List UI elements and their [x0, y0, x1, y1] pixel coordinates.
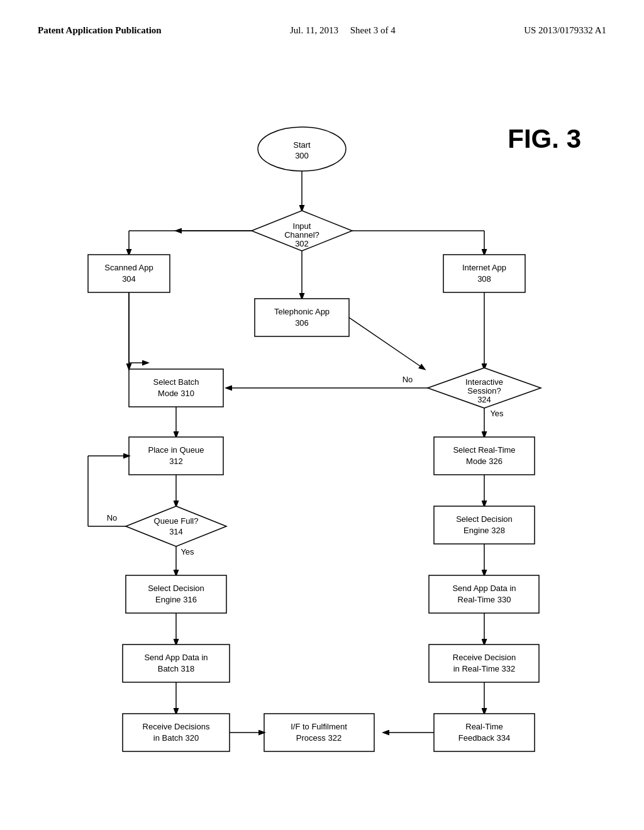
select-realtime-label: Select Real-Time — [453, 445, 515, 455]
publication-number: US 2013/0179332 A1 — [524, 25, 606, 36]
select-de-328-node — [434, 506, 535, 544]
input-channel-label2: Channel? — [284, 230, 319, 240]
page-header: Patent Application Publication Jul. 11, … — [0, 0, 644, 48]
send-app-rt-node — [429, 575, 539, 613]
select-de-316-label: Select Decision — [148, 584, 204, 593]
select-de-316-node — [126, 575, 226, 613]
realtime-feedback-number: Feedback 334 — [458, 733, 510, 743]
send-app-batch-node — [123, 645, 230, 682]
receive-decision-rt-number: in Real-Time 332 — [453, 664, 516, 673]
no-label-interactive: No — [402, 375, 413, 384]
select-realtime-number: Mode 326 — [466, 456, 502, 466]
send-app-rt-number: Real-Time 330 — [458, 595, 511, 604]
arrow-telephonic-to-interactive — [349, 318, 425, 369]
send-app-batch-number: Batch 318 — [158, 664, 195, 673]
select-de-328-label: Select Decision — [456, 514, 513, 524]
queue-full-label: Queue Full? — [154, 516, 199, 526]
place-queue-node — [129, 437, 223, 475]
select-batch-node — [129, 369, 223, 407]
if-fulfilment-number: Process 322 — [296, 733, 341, 743]
select-batch-number: Mode 310 — [158, 389, 194, 398]
start-label: Start — [293, 140, 311, 150]
send-app-rt-label: Send App Data in — [452, 584, 516, 593]
no-label-queue: No — [107, 513, 118, 523]
telephonic-app-node — [255, 299, 349, 336]
select-batch-label: Select Batch — [153, 377, 199, 387]
scanned-app-label: Scanned App — [104, 263, 153, 272]
interactive-session-label2: Session? — [467, 386, 501, 396]
select-de-328-number: Engine 328 — [464, 526, 505, 535]
input-channel-number: 302 — [295, 239, 309, 248]
internet-app-number: 308 — [477, 274, 491, 284]
publication-date: Jul. 11, 2013 Sheet 3 of 4 — [290, 25, 396, 36]
yes-label-queue: Yes — [180, 547, 194, 556]
yes-label-interactive: Yes — [490, 409, 504, 418]
realtime-feedback-label: Real-Time — [465, 722, 502, 731]
telephonic-app-label: Telephonic App — [274, 307, 330, 316]
receive-decision-rt-label: Receive Decision — [453, 653, 516, 662]
place-queue-number: 312 — [169, 456, 183, 466]
realtime-feedback-node — [434, 714, 535, 751]
scanned-app-node — [88, 255, 170, 292]
queue-full-number: 314 — [169, 527, 183, 536]
publication-title: Patent Application Publication — [38, 25, 162, 36]
input-channel-label: Input — [293, 221, 311, 231]
place-queue-label: Place in Queue — [148, 445, 204, 455]
select-de-316-number: Engine 316 — [155, 595, 197, 604]
select-realtime-node — [434, 437, 535, 475]
if-fulfilment-label: I/F to Fulfilment — [291, 722, 347, 731]
scanned-app-number: 304 — [122, 274, 136, 284]
internet-app-node — [443, 255, 525, 292]
if-fulfilment-node — [264, 714, 374, 751]
send-app-batch-label: Send App Data in — [144, 653, 208, 662]
queue-full-node — [126, 506, 226, 546]
telephonic-app-number: 306 — [295, 318, 309, 328]
diagram-content: FIG. 3 Start 300 Input Channel? 302 Scan… — [0, 48, 644, 816]
receive-batch-number: in Batch 320 — [153, 733, 199, 743]
start-number: 300 — [295, 151, 309, 160]
interactive-session-label: Interactive — [465, 377, 503, 387]
flowchart-diagram: Start 300 Input Channel? 302 Scanned App… — [31, 99, 610, 790]
internet-app-label: Internet App — [462, 263, 506, 272]
receive-batch-label: Receive Decisions — [143, 722, 210, 731]
receive-decision-rt-node — [429, 645, 539, 682]
interactive-session-number: 324 — [477, 395, 491, 404]
receive-batch-node — [123, 714, 230, 751]
